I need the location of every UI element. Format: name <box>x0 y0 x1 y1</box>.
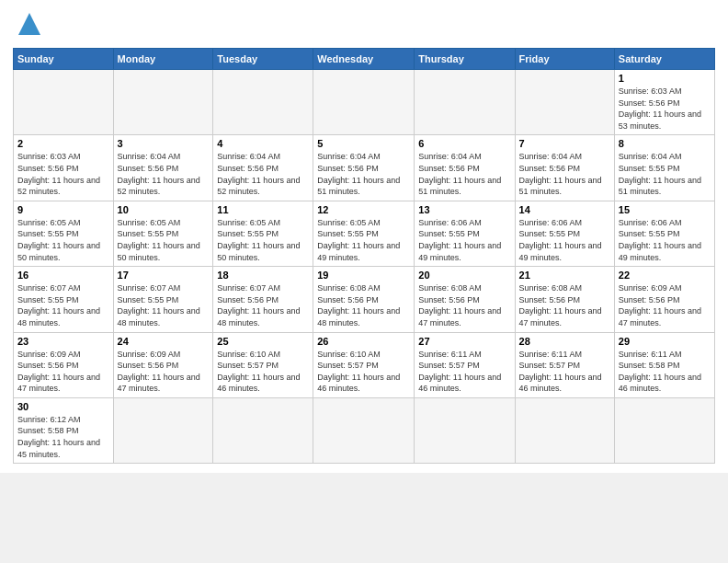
day-cell: 4Sunrise: 6:04 AMSunset: 5:56 PMDaylight… <box>213 135 313 201</box>
weekday-thursday: Thursday <box>415 49 515 70</box>
day-number: 5 <box>317 138 410 149</box>
day-cell: 5Sunrise: 6:04 AMSunset: 5:56 PMDaylight… <box>313 135 415 201</box>
day-number: 23 <box>17 336 109 347</box>
day-number: 14 <box>519 204 610 215</box>
day-info: Sunrise: 6:04 AMSunset: 5:56 PMDaylight:… <box>317 151 410 197</box>
day-cell: 28Sunrise: 6:11 AMSunset: 5:57 PMDayligh… <box>515 332 614 397</box>
day-number: 1 <box>619 73 711 84</box>
day-info: Sunrise: 6:07 AMSunset: 5:55 PMDaylight:… <box>17 282 109 328</box>
week-row-3: 16Sunrise: 6:07 AMSunset: 5:55 PMDayligh… <box>14 267 715 332</box>
header <box>13 9 715 42</box>
day-cell <box>213 397 313 463</box>
day-info: Sunrise: 6:09 AMSunset: 5:56 PMDaylight:… <box>17 349 109 395</box>
day-number: 28 <box>519 336 610 347</box>
day-number: 21 <box>519 270 610 281</box>
day-info: Sunrise: 6:04 AMSunset: 5:56 PMDaylight:… <box>519 151 610 197</box>
day-number: 15 <box>619 204 711 215</box>
day-cell <box>313 70 415 135</box>
weekday-friday: Friday <box>515 49 614 70</box>
day-number: 9 <box>17 204 109 215</box>
day-cell <box>614 397 714 463</box>
day-info: Sunrise: 6:08 AMSunset: 5:56 PMDaylight:… <box>317 282 410 328</box>
day-cell <box>213 70 313 135</box>
day-cell: 14Sunrise: 6:06 AMSunset: 5:55 PMDayligh… <box>515 201 614 266</box>
day-cell: 20Sunrise: 6:08 AMSunset: 5:56 PMDayligh… <box>415 267 515 332</box>
weekday-monday: Monday <box>113 49 213 70</box>
day-info: Sunrise: 6:09 AMSunset: 5:56 PMDaylight:… <box>619 282 711 328</box>
day-number: 7 <box>519 138 610 149</box>
day-info: Sunrise: 6:04 AMSunset: 5:56 PMDaylight:… <box>418 151 510 197</box>
day-cell: 29Sunrise: 6:11 AMSunset: 5:58 PMDayligh… <box>614 332 714 397</box>
day-cell: 16Sunrise: 6:07 AMSunset: 5:55 PMDayligh… <box>14 267 114 332</box>
day-cell: 3Sunrise: 6:04 AMSunset: 5:56 PMDaylight… <box>113 135 213 201</box>
day-info: Sunrise: 6:05 AMSunset: 5:55 PMDaylight:… <box>217 217 309 263</box>
day-cell: 22Sunrise: 6:09 AMSunset: 5:56 PMDayligh… <box>614 267 714 332</box>
day-info: Sunrise: 6:09 AMSunset: 5:56 PMDaylight:… <box>118 349 210 395</box>
day-number: 30 <box>17 401 109 412</box>
day-info: Sunrise: 6:10 AMSunset: 5:57 PMDaylight:… <box>217 349 309 395</box>
day-info: Sunrise: 6:04 AMSunset: 5:55 PMDaylight:… <box>619 151 711 197</box>
day-cell: 23Sunrise: 6:09 AMSunset: 5:56 PMDayligh… <box>14 332 114 397</box>
day-number: 12 <box>317 204 410 215</box>
day-info: Sunrise: 6:07 AMSunset: 5:55 PMDaylight:… <box>118 282 210 328</box>
week-row-2: 9Sunrise: 6:05 AMSunset: 5:55 PMDaylight… <box>14 201 715 266</box>
day-cell: 30Sunrise: 6:12 AMSunset: 5:58 PMDayligh… <box>14 397 114 463</box>
day-number: 19 <box>317 270 410 281</box>
day-info: Sunrise: 6:11 AMSunset: 5:57 PMDaylight:… <box>519 349 610 395</box>
day-cell <box>113 397 213 463</box>
day-info: Sunrise: 6:04 AMSunset: 5:56 PMDaylight:… <box>217 151 309 197</box>
day-cell: 25Sunrise: 6:10 AMSunset: 5:57 PMDayligh… <box>213 332 313 397</box>
weekday-wednesday: Wednesday <box>313 49 415 70</box>
day-cell <box>113 70 213 135</box>
day-cell: 11Sunrise: 6:05 AMSunset: 5:55 PMDayligh… <box>213 201 313 266</box>
day-number: 17 <box>118 270 210 281</box>
day-number: 2 <box>17 138 109 149</box>
day-number: 20 <box>418 270 510 281</box>
day-number: 8 <box>619 138 711 149</box>
day-cell: 15Sunrise: 6:06 AMSunset: 5:55 PMDayligh… <box>614 201 714 266</box>
day-cell: 8Sunrise: 6:04 AMSunset: 5:55 PMDaylight… <box>614 135 714 201</box>
day-info: Sunrise: 6:11 AMSunset: 5:57 PMDaylight:… <box>418 349 510 395</box>
day-number: 11 <box>217 204 309 215</box>
day-cell: 24Sunrise: 6:09 AMSunset: 5:56 PMDayligh… <box>113 332 213 397</box>
day-cell <box>515 397 614 463</box>
day-info: Sunrise: 6:11 AMSunset: 5:58 PMDaylight:… <box>619 349 711 395</box>
day-info: Sunrise: 6:08 AMSunset: 5:56 PMDaylight:… <box>519 282 610 328</box>
day-cell: 27Sunrise: 6:11 AMSunset: 5:57 PMDayligh… <box>415 332 515 397</box>
day-number: 13 <box>418 204 510 215</box>
logo-icon <box>13 9 46 42</box>
day-number: 18 <box>217 270 309 281</box>
day-number: 6 <box>418 138 510 149</box>
day-info: Sunrise: 6:04 AMSunset: 5:56 PMDaylight:… <box>118 151 210 197</box>
logo <box>13 9 50 42</box>
day-number: 16 <box>17 270 109 281</box>
day-cell: 2Sunrise: 6:03 AMSunset: 5:56 PMDaylight… <box>14 135 114 201</box>
day-info: Sunrise: 6:03 AMSunset: 5:56 PMDaylight:… <box>619 86 711 132</box>
day-cell: 6Sunrise: 6:04 AMSunset: 5:56 PMDaylight… <box>415 135 515 201</box>
week-row-5: 30Sunrise: 6:12 AMSunset: 5:58 PMDayligh… <box>14 397 715 463</box>
day-number: 22 <box>619 270 711 281</box>
day-info: Sunrise: 6:12 AMSunset: 5:58 PMDaylight:… <box>17 414 109 460</box>
day-info: Sunrise: 6:08 AMSunset: 5:56 PMDaylight:… <box>418 282 510 328</box>
day-cell: 21Sunrise: 6:08 AMSunset: 5:56 PMDayligh… <box>515 267 614 332</box>
calendar: SundayMondayTuesdayWednesdayThursdayFrid… <box>13 48 715 464</box>
day-cell: 13Sunrise: 6:06 AMSunset: 5:55 PMDayligh… <box>415 201 515 266</box>
day-info: Sunrise: 6:06 AMSunset: 5:55 PMDaylight:… <box>418 217 510 263</box>
weekday-tuesday: Tuesday <box>213 49 313 70</box>
week-row-1: 2Sunrise: 6:03 AMSunset: 5:56 PMDaylight… <box>14 135 715 201</box>
weekday-sunday: Sunday <box>14 49 114 70</box>
day-info: Sunrise: 6:05 AMSunset: 5:55 PMDaylight:… <box>118 217 210 263</box>
day-info: Sunrise: 6:10 AMSunset: 5:57 PMDaylight:… <box>317 349 410 395</box>
day-cell: 12Sunrise: 6:05 AMSunset: 5:55 PMDayligh… <box>313 201 415 266</box>
day-cell <box>313 397 415 463</box>
day-number: 3 <box>118 138 210 149</box>
day-cell: 17Sunrise: 6:07 AMSunset: 5:55 PMDayligh… <box>113 267 213 332</box>
day-cell: 1Sunrise: 6:03 AMSunset: 5:56 PMDaylight… <box>614 70 714 135</box>
week-row-0: 1Sunrise: 6:03 AMSunset: 5:56 PMDaylight… <box>14 70 715 135</box>
day-info: Sunrise: 6:06 AMSunset: 5:55 PMDaylight:… <box>519 217 610 263</box>
weekday-saturday: Saturday <box>614 49 714 70</box>
day-number: 10 <box>118 204 210 215</box>
day-cell: 10Sunrise: 6:05 AMSunset: 5:55 PMDayligh… <box>113 201 213 266</box>
day-info: Sunrise: 6:05 AMSunset: 5:55 PMDaylight:… <box>317 217 410 263</box>
day-number: 27 <box>418 336 510 347</box>
